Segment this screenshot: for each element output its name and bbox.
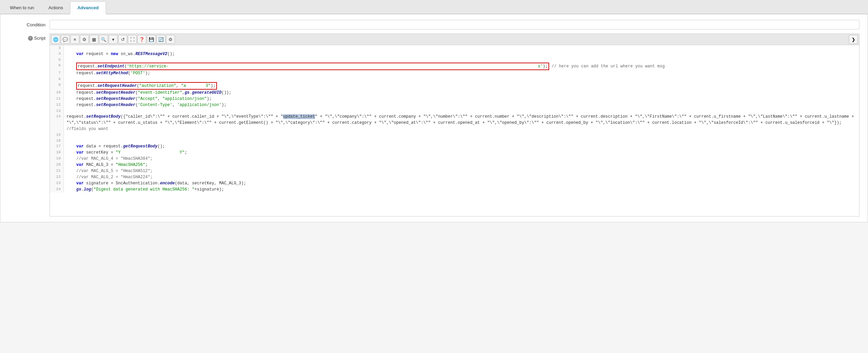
- line-number: 8: [50, 76, 64, 82]
- table-row: 3: [50, 45, 859, 51]
- table-row: 8: [50, 76, 859, 82]
- line-number: 15: [50, 132, 64, 138]
- table-row: 22 //var MAC_ALG_2 = "HmacSHA224";: [50, 174, 859, 180]
- help-icon[interactable]: ?: [28, 36, 33, 41]
- table-row: 13: [50, 108, 859, 114]
- main-container: When to run Actions Advanced Condition ?…: [0, 0, 868, 353]
- line-code: request.setRequestHeader("Accept", "appl…: [64, 96, 859, 102]
- toolbar-gear-btn[interactable]: ⚙: [166, 35, 175, 44]
- main-content-area: Condition ? Script 🌐 💬 ≡ ⚙: [0, 14, 868, 222]
- toolbar-dropdown-btn[interactable]: ▾: [109, 35, 118, 44]
- script-editor-container: 🌐 💬 ≡ ⚙ ▦ 🔍 ▾ ↺ ⛶: [50, 34, 859, 217]
- toolbar-globe-btn[interactable]: 🌐: [51, 35, 60, 44]
- script-toolbar: 🌐 💬 ≡ ⚙ ▦ 🔍 ▾ ↺ ⛶: [50, 34, 859, 45]
- line-number: 14: [50, 114, 64, 132]
- line-number: 10: [50, 90, 64, 96]
- toolbar-fullscreen-btn[interactable]: ⛶: [128, 35, 137, 44]
- line-code-highlighted-endpoint: request.setEndpoint('https://service- s'…: [64, 63, 859, 70]
- line-number: 11: [50, 96, 64, 102]
- table-row: 23 var signature = SncAuthentication.enc…: [50, 180, 859, 186]
- table-row: 5: [50, 57, 859, 63]
- line-code: //var MAC_ALG_2 = "HmacSHA224";: [64, 174, 859, 180]
- line-number: 3: [50, 45, 64, 51]
- tab-actions[interactable]: Actions: [41, 1, 70, 14]
- table-row: 6 request.setEndpoint('https://service-: [50, 63, 859, 70]
- line-number: 19: [50, 156, 64, 162]
- script-row: ? Script 🌐 💬 ≡ ⚙ ▦ 🔍: [9, 34, 859, 217]
- line-code-highlighted-auth: request.setRequestHeader("authorization"…: [64, 82, 859, 90]
- code-editor[interactable]: 3 4 var request = new sn_ws.RESTMessageV…: [50, 45, 859, 216]
- line-number: 12: [50, 102, 64, 108]
- toolbar-list-btn[interactable]: ≡: [70, 35, 79, 44]
- tab-bar: When to run Actions Advanced: [0, 0, 868, 14]
- line-code: [64, 132, 859, 138]
- line-code-body: request.setRequestBody({"caller_id\":\""…: [64, 114, 859, 132]
- table-row: 17 var data = request.getRequestBody();: [50, 143, 859, 149]
- table-row: 9 request.setRequestHeader("authorizatio…: [50, 82, 859, 90]
- line-code: [64, 76, 859, 82]
- table-row: 7 request.setHttpMethod('POST');: [50, 70, 859, 76]
- table-row: 18 var secretKey = "Y Y";: [50, 149, 859, 156]
- line-number: 9: [50, 82, 64, 90]
- line-code: var secretKey = "Y Y";: [64, 149, 859, 156]
- line-code: var signature = SncAuthentication.encode…: [64, 180, 859, 186]
- condition-row: Condition: [9, 20, 859, 29]
- table-row: 20 var MAC_ALG_3 = "HmacSHA256";: [50, 162, 859, 168]
- line-number: 21: [50, 168, 64, 174]
- line-code: [64, 108, 859, 114]
- table-row: 16: [50, 138, 859, 144]
- line-code: [64, 138, 859, 144]
- table-row: 15: [50, 132, 859, 138]
- line-number: 6: [50, 63, 64, 70]
- line-number: 7: [50, 70, 64, 76]
- table-row: 12 request.setRequestHeader('Content-Typ…: [50, 102, 859, 108]
- table-row: 11 request.setRequestHeader("Accept", "a…: [50, 96, 859, 102]
- toolbar-settings-btn[interactable]: ⚙: [80, 35, 89, 44]
- line-code: request.setRequestHeader('Content-Type',…: [64, 102, 859, 108]
- line-code: var data = request.getRequestBody();: [64, 143, 859, 149]
- line-code: [64, 57, 859, 63]
- script-label-container: ? Script: [9, 34, 50, 41]
- toolbar-undo-btn[interactable]: ↺: [118, 35, 127, 44]
- line-code: request.setHttpMethod('POST');: [64, 70, 859, 76]
- line-number: 16: [50, 138, 64, 144]
- table-row: 10 request.setRequestHeader("event-ident…: [50, 90, 859, 96]
- toolbar-help-btn[interactable]: ❓: [137, 35, 146, 44]
- table-row: 24 gs.log("Digest data generated with Hm…: [50, 186, 859, 193]
- table-row: 4 var request = new sn_ws.RESTMessageV2(…: [50, 51, 859, 57]
- toolbar-refresh-btn[interactable]: 🔄: [157, 35, 165, 44]
- table-row: 14 request.setRequestBody({"caller_id\":…: [50, 114, 859, 132]
- script-label-text: Script: [34, 36, 45, 41]
- line-number: 4: [50, 51, 64, 57]
- line-code: var request = new sn_ws.RESTMessageV2();: [64, 51, 859, 57]
- tab-when-to-run[interactable]: When to run: [3, 1, 41, 14]
- line-number: 23: [50, 180, 64, 186]
- line-number: 20: [50, 162, 64, 168]
- toolbar-save-btn[interactable]: 💾: [147, 35, 156, 44]
- line-code: //var MAC_ALG_4 = "HmacSHA384";: [64, 156, 859, 162]
- toolbar-search-btn[interactable]: 🔍: [99, 35, 108, 44]
- line-code: var MAC_ALG_3 = "HmacSHA256";: [64, 162, 859, 168]
- condition-input[interactable]: [50, 20, 859, 29]
- line-number: 18: [50, 149, 64, 156]
- line-code: request.setRequestHeader("event-identifi…: [64, 90, 859, 96]
- line-number: 17: [50, 143, 64, 149]
- tab-advanced[interactable]: Advanced: [70, 1, 106, 14]
- code-table: 3 4 var request = new sn_ws.RESTMessageV…: [50, 45, 859, 193]
- line-code: gs.log("Digest data generated with HmacS…: [64, 186, 859, 193]
- line-number: 22: [50, 174, 64, 180]
- line-number: 24: [50, 186, 64, 193]
- condition-label: Condition: [9, 22, 50, 27]
- toolbar-expand-btn[interactable]: ❯: [849, 35, 858, 44]
- line-number: 5: [50, 57, 64, 63]
- toolbar-table-btn[interactable]: ▦: [90, 35, 98, 44]
- line-code: [64, 45, 859, 51]
- table-row: 19 //var MAC_ALG_4 = "HmacSHA384";: [50, 156, 859, 162]
- toolbar-comment-btn[interactable]: 💬: [61, 35, 70, 44]
- table-row: 21 //var MAC_ALG_5 = "HmacSHA512";: [50, 168, 859, 174]
- line-code: //var MAC_ALG_5 = "HmacSHA512";: [64, 168, 859, 174]
- line-number: 13: [50, 108, 64, 114]
